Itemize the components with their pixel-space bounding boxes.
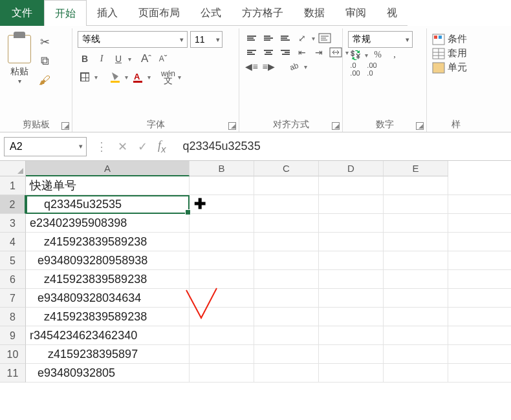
cell[interactable] [190, 214, 254, 233]
align-bottom-button[interactable] [278, 31, 292, 45]
cell[interactable] [190, 176, 254, 195]
increase-decimal-button[interactable]: .0.00 [348, 62, 362, 76]
ab-rotate-button[interactable]: ab [287, 59, 301, 74]
font-size-input[interactable] [191, 32, 214, 47]
indent-right-button[interactable]: ≡▶ [261, 59, 276, 74]
font-size-combo[interactable]: ▾ [190, 31, 223, 48]
cell[interactable] [254, 364, 319, 383]
cell[interactable] [319, 233, 384, 251]
font-name-input[interactable] [78, 32, 177, 47]
cell[interactable] [254, 326, 319, 345]
cell[interactable] [254, 308, 319, 326]
cell[interactable]: z4159238395897 [26, 345, 190, 364]
column-header[interactable]: D [319, 161, 384, 176]
row-header[interactable]: 10 [0, 345, 26, 364]
cell[interactable] [319, 251, 384, 270]
decrease-font-button[interactable]: Aˇ [156, 52, 170, 66]
cell[interactable]: z415923839589238 [26, 308, 190, 326]
row-header[interactable]: 6 [0, 270, 26, 289]
cell[interactable] [319, 176, 384, 195]
cell[interactable] [190, 289, 254, 308]
decrease-indent-button[interactable]: ⇤ [295, 45, 309, 59]
cell[interactable] [384, 195, 448, 214]
cell[interactable] [319, 364, 384, 383]
borders-button[interactable] [78, 70, 92, 84]
cell[interactable] [448, 214, 511, 233]
cell[interactable] [384, 289, 448, 308]
cell[interactable] [384, 251, 448, 270]
cell[interactable] [254, 345, 319, 364]
cell[interactable] [319, 214, 384, 233]
merge-center-button[interactable] [329, 45, 343, 59]
cell[interactable] [448, 289, 511, 308]
decrease-decimal-button[interactable]: .00.0 [365, 62, 379, 76]
row-header[interactable]: 11 [0, 364, 26, 383]
cell[interactable] [319, 195, 384, 214]
font-dialog-launcher-icon[interactable]: ◢ [228, 122, 236, 130]
cell[interactable] [448, 364, 511, 383]
cell[interactable] [384, 233, 448, 251]
enter-icon[interactable]: ✓ [138, 140, 147, 154]
cell[interactable] [384, 308, 448, 326]
chevron-down-icon[interactable]: ▾ [402, 36, 412, 44]
row-header[interactable]: 4 [0, 233, 26, 251]
cell[interactable] [384, 326, 448, 345]
cell-styles-button[interactable]: 单元 [432, 61, 480, 74]
alignment-dialog-launcher-icon[interactable]: ◢ [332, 122, 340, 130]
cell[interactable] [190, 308, 254, 326]
cut-icon[interactable]: ✂ [38, 35, 52, 49]
cell[interactable] [384, 214, 448, 233]
number-format-combo[interactable]: ▾ [348, 31, 413, 48]
cell[interactable] [448, 308, 511, 326]
format-as-table-button[interactable]: 套用 [432, 47, 480, 59]
name-box[interactable]: ▾ [4, 137, 87, 156]
select-all-corner[interactable] [0, 161, 26, 176]
bold-button[interactable]: B [78, 52, 92, 66]
paste-button[interactable]: 粘贴 ▾ [5, 31, 34, 88]
formula-input[interactable] [171, 140, 511, 153]
cell[interactable] [448, 251, 511, 270]
number-dialog-launcher-icon[interactable]: ◢ [416, 122, 424, 130]
increase-indent-button[interactable]: ⇥ [312, 45, 326, 59]
cell[interactable] [190, 251, 254, 270]
cell[interactable] [190, 345, 254, 364]
cell[interactable] [384, 364, 448, 383]
align-middle-button[interactable] [261, 31, 276, 45]
column-header[interactable]: C [254, 161, 319, 176]
chevron-down-icon[interactable]: ▾ [214, 36, 222, 44]
cell[interactable] [448, 270, 511, 289]
cell[interactable]: q23345u32535 [26, 195, 190, 214]
column-header[interactable]: B [190, 161, 254, 176]
tab-formulas[interactable]: 公式 [190, 0, 232, 26]
tab-data[interactable]: 数据 [294, 0, 335, 26]
cell[interactable]: e934809328034634 [26, 289, 190, 308]
cell[interactable] [384, 345, 448, 364]
cell[interactable] [254, 214, 319, 233]
cell[interactable] [448, 195, 511, 214]
accounting-format-button[interactable]: 💱 [348, 48, 362, 62]
align-center-button[interactable] [261, 45, 276, 59]
cell[interactable] [319, 270, 384, 289]
font-name-combo[interactable]: ▾ [78, 31, 188, 48]
column-header[interactable]: E [384, 161, 448, 176]
column-header[interactable]: A [26, 161, 190, 176]
tab-ffgz[interactable]: 方方格子 [232, 0, 294, 26]
cell[interactable]: e93480932805 [26, 364, 190, 383]
chevron-down-icon[interactable]: ▾ [76, 142, 86, 151]
row-header[interactable]: 5 [0, 251, 26, 270]
cell[interactable] [384, 270, 448, 289]
cell[interactable] [190, 364, 254, 383]
tab-file[interactable]: 文件 [0, 0, 44, 26]
cell[interactable] [190, 233, 254, 251]
cell[interactable]: e23402395908398 [26, 214, 190, 233]
tab-pagelayout[interactable]: 页面布局 [128, 0, 190, 26]
cell[interactable] [254, 289, 319, 308]
fill-color-button[interactable] [108, 70, 122, 84]
cell[interactable] [190, 195, 254, 214]
row-header[interactable]: 3 [0, 214, 26, 233]
indent-left-button[interactable]: ◀≡ [245, 59, 259, 74]
cell[interactable] [319, 289, 384, 308]
increase-font-button[interactable]: Aˆ [139, 52, 153, 66]
tab-insert[interactable]: 插入 [87, 0, 128, 26]
cell[interactable] [319, 345, 384, 364]
